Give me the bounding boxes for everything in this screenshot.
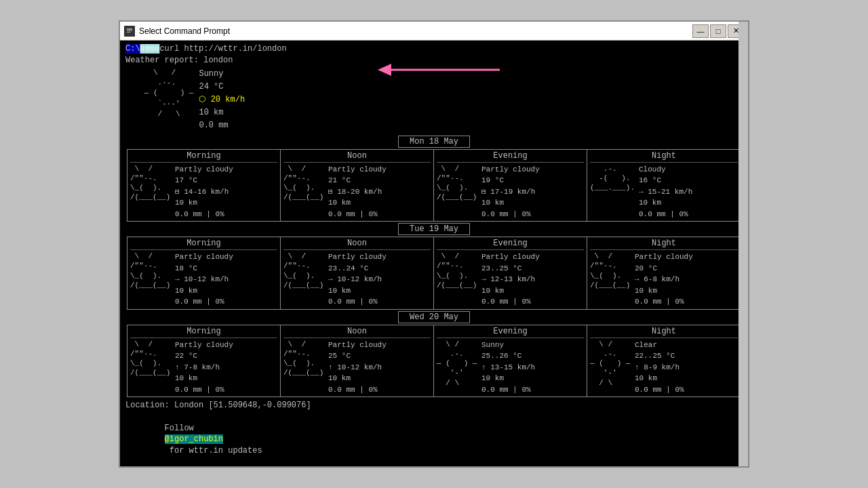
day3-noon-content: \ / /""·-. \_( ). /(___(__) Partly cloud… xyxy=(283,340,431,396)
d2e-temp: 23..25 °C xyxy=(481,263,540,274)
current-condition: Sunny xyxy=(199,68,245,81)
follow-text: Follow xyxy=(165,424,194,433)
svg-marker-5 xyxy=(378,64,391,76)
d3n-vis: 10 km xyxy=(328,373,387,384)
day1-evening-label: Evening xyxy=(437,151,584,163)
day2-morning-art: \ / /""·-. \_( ). /(___(__) xyxy=(130,251,171,308)
day1-night-content: .-. -( ). (___.___). Cloudy 16 °C → 15-2… xyxy=(590,164,738,220)
title-buttons: — □ ✕ xyxy=(692,24,744,38)
d1m-wind: ⊟ 14-16 km/h xyxy=(175,186,233,198)
d3ni-cond: Clear xyxy=(635,340,684,351)
minimize-button[interactable]: — xyxy=(692,24,709,38)
day1-night-info: Cloudy 16 °C → 15-21 km/h 10 km 0.0 mm |… xyxy=(639,164,692,220)
current-info: Sunny 24 °C ⬡ 20 km/h 10 km 0.0 mm xyxy=(199,68,245,133)
d1ni-condition: Cloudy xyxy=(639,164,692,176)
day2-night-art: \ / /""·-. \_( ). /(___(__) xyxy=(590,251,631,308)
day1-morning-content: \ / /""·-. \_( ). /(___(__) Partly cloud… xyxy=(130,164,277,220)
location-line: Location: London [51.509648,-0.099076] xyxy=(125,400,743,411)
d3e-vis: 10 km xyxy=(481,373,535,384)
d3n-cond: Partly cloudy xyxy=(328,340,387,351)
d3m-temp: 22 °C xyxy=(175,350,233,362)
day2-section: Tue 19 May Morning \ / /""·-. \_( ). /(_… xyxy=(125,223,743,310)
day2-evening: Evening \ / /""·-. \_( ). /(___(__) Part… xyxy=(434,237,587,309)
day1-noon-label: Noon xyxy=(283,151,431,163)
day2-header: Tue 19 May xyxy=(398,223,470,235)
d1ni-wind: → 15-21 km/h xyxy=(639,186,692,198)
day3-evening-art: \ / .-. ‒ ( ) ‒ '-' / \ xyxy=(437,340,477,396)
d1n-wind: ⊟ 18-20 km/h xyxy=(328,186,387,198)
d2ni-wind: → 6-8 km/h xyxy=(635,274,693,285)
window-title: Select Command Prompt xyxy=(139,26,230,36)
d2n-cond: Partly cloudy xyxy=(328,251,387,263)
day1-header-row: Mon 18 May xyxy=(125,136,743,148)
day2-grid: Morning \ / /""·-. \_( ). /(___(__) Part… xyxy=(127,237,741,310)
day3-night-content: \ / .-. ‒ ( ) ‒ '-' / \ Clear 22..25 °C … xyxy=(590,340,738,396)
day3-morning-content: \ / /""·-. \_( ). /(___(__) Partly cloud… xyxy=(130,340,277,396)
day2-night-label: Night xyxy=(590,239,738,250)
day2-noon: Noon \ / /""·-. \_( ). /(___(__) Partly … xyxy=(281,237,434,309)
d3e-cond: Sunny xyxy=(481,340,535,351)
day2-morning-content: \ / /""·-. \_( ). /(___(__) Partly cloud… xyxy=(130,251,277,308)
day2-evening-info: Partly cloudy 23..25 °C → 12-13 km/h 10 … xyxy=(481,251,540,308)
current-wind: ⬡ 20 km/h xyxy=(199,94,245,106)
day1-morning-info: Partly cloudy 17 °C ⊟ 14-16 km/h 10 km 0… xyxy=(175,164,233,220)
d2m-cond: Partly cloudy xyxy=(175,251,233,263)
d1e-vis: 10 km xyxy=(481,197,540,209)
day3-morning-label: Morning xyxy=(130,327,277,338)
d3n-wind: ↑ 10-12 km/h xyxy=(328,362,387,373)
d1m-temp: 17 °C xyxy=(175,175,233,186)
prompt-highlight: C:\▓▓▓▓ xyxy=(125,44,159,54)
title-bar-left: Select Command Prompt xyxy=(124,26,230,37)
follow-link[interactable]: @igor_chubin xyxy=(165,434,223,444)
day3-night-art: \ / .-. ‒ ( ) ‒ '-' / \ xyxy=(590,340,631,396)
d2ni-vis: 10 km xyxy=(635,285,693,297)
d1n-condition: Partly cloudy xyxy=(328,164,387,176)
svg-rect-1 xyxy=(127,28,132,30)
day1-morning-label: Morning xyxy=(130,151,277,163)
day2-evening-content: \ / /""·-. \_( ). /(___(__) Partly cloud… xyxy=(437,251,584,308)
d1e-temp: 19 °C xyxy=(481,175,540,186)
d1ni-vis: 10 km xyxy=(639,197,692,209)
current-precip: 0.0 mm xyxy=(199,119,245,132)
day1-noon-art: \ / /""·-. \_( ). /(___(__) xyxy=(283,164,324,220)
day1-noon: Noon \ / /""·-. \_( ). /(___(__) Partly … xyxy=(281,150,434,222)
day1-evening-info: Partly cloudy 19 °C ⊟ 17-19 km/h 10 km 0… xyxy=(481,164,540,220)
day3-grid: Morning \ / /""·-. \_( ). /(___(__) Part… xyxy=(127,325,741,398)
arrow-annotation xyxy=(378,60,513,83)
d1m-precip: 0.0 mm | 0% xyxy=(175,209,233,220)
day1-night-label: Night xyxy=(590,151,738,163)
scrollbar[interactable] xyxy=(738,22,748,466)
footer: Location: London [51.509648,-0.099076] F… xyxy=(125,400,743,466)
day3-evening-content: \ / .-. ‒ ( ) ‒ '-' / \ Sunny 25..26 °C … xyxy=(437,340,584,396)
current-art: \ / .·-. ‒ ( ) ‒ `-·-' / \ xyxy=(131,68,193,133)
day2-noon-label: Noon xyxy=(283,239,431,250)
maximize-button[interactable]: □ xyxy=(710,24,726,38)
d1m-vis: 10 km xyxy=(175,197,233,209)
d2m-wind: → 10-12 km/h xyxy=(175,274,233,285)
d2n-precip: 0.0 mm | 0% xyxy=(328,296,387,308)
day3-morning-art: \ / /""·-. \_( ). /(___(__) xyxy=(130,340,171,396)
day2-evening-art: \ / /""·-. \_( ). /(___(__) xyxy=(437,251,477,308)
command-line: C:\▓▓▓▓curl http://wttr.in/london xyxy=(125,43,743,55)
d3ni-temp: 22..25 °C xyxy=(635,350,684,362)
day2-evening-label: Evening xyxy=(437,239,584,250)
day2-morning-info: Partly cloudy 18 °C → 10-12 km/h 10 km 0… xyxy=(175,251,233,308)
day3-header-row: Wed 20 May xyxy=(125,311,743,323)
day1-evening-art: \ / /""·-. \_( ). /(___(__) xyxy=(437,164,477,220)
d2n-vis: 10 km xyxy=(328,285,387,297)
day1-grid: Morning \ / /""·-. \_( ). /(___(__) Part… xyxy=(127,149,741,222)
d1n-precip: 0.0 mm | 0% xyxy=(328,209,387,220)
d2n-wind: → 10-12 km/h xyxy=(328,274,387,285)
day3-night-info: Clear 22..25 °C ↑ 8-9 km/h 10 km 0.0 mm … xyxy=(635,340,684,396)
d3e-temp: 25..26 °C xyxy=(481,350,535,362)
day3-morning: Morning \ / /""·-. \_( ). /(___(__) Part… xyxy=(127,325,281,397)
d3n-precip: 0.0 mm | 0% xyxy=(328,384,387,396)
day2-night-info: Partly cloudy 20 °C → 6-8 km/h 10 km 0.0… xyxy=(635,251,693,308)
day3-night-label: Night xyxy=(590,327,738,338)
d1e-wind: ⊟ 17-19 km/h xyxy=(481,186,540,198)
d2e-wind: → 12-13 km/h xyxy=(481,274,540,285)
d1m-condition: Partly cloudy xyxy=(175,164,233,176)
day2-night-content: \ / /""·-. \_( ). /(___(__) Partly cloud… xyxy=(590,251,738,308)
d3m-cond: Partly cloudy xyxy=(175,340,233,351)
d3m-vis: 10 km xyxy=(175,373,233,384)
